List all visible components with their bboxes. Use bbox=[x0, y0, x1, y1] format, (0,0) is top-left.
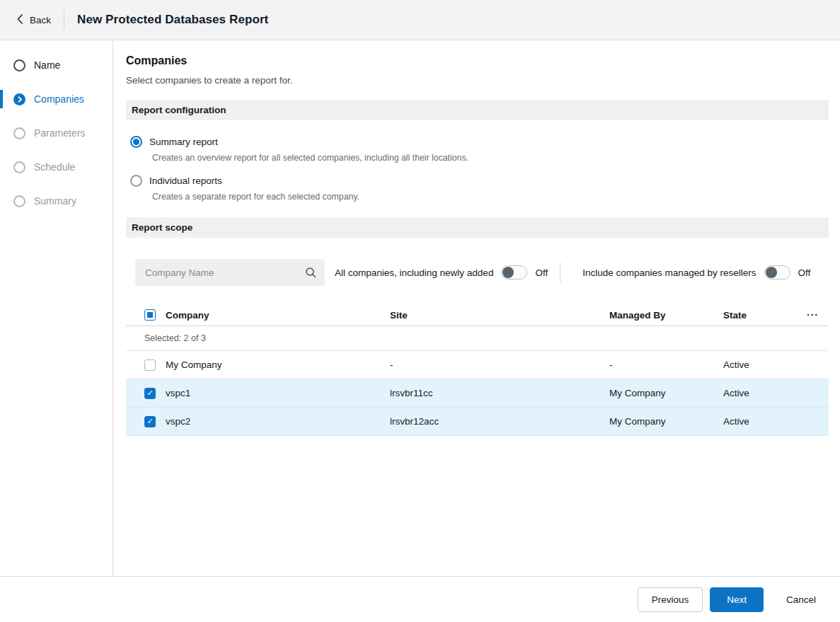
toggle-knob-icon bbox=[766, 267, 777, 278]
step-title: Companies bbox=[126, 54, 829, 67]
step-circle-icon bbox=[13, 161, 25, 173]
step-circle-icon bbox=[13, 127, 25, 139]
previous-button[interactable]: Previous bbox=[638, 587, 703, 612]
app-window: Back New Protected Databases Report Name… bbox=[0, 0, 840, 622]
step-circle-icon bbox=[13, 59, 25, 71]
next-button[interactable]: Next bbox=[710, 587, 764, 612]
toggle-state: Off bbox=[535, 267, 548, 278]
toggle-state: Off bbox=[798, 267, 811, 278]
wizard-sidebar: Name Companies Parameters Schedule Summa… bbox=[0, 41, 113, 576]
ellipsis-menu-icon[interactable]: ··· bbox=[807, 311, 819, 318]
table-header-row: Company Site Managed By State ··· bbox=[126, 304, 829, 326]
cell-state: Active bbox=[723, 359, 798, 370]
toggle-label: Include companies managed by resellers bbox=[582, 267, 756, 278]
radio-selected-icon[interactable] bbox=[130, 136, 142, 148]
cell-company: My Company bbox=[166, 359, 390, 370]
sidebar-item-schedule[interactable]: Schedule bbox=[0, 150, 113, 184]
sidebar-item-label: Schedule bbox=[34, 161, 75, 173]
sidebar-item-summary[interactable]: Summary bbox=[0, 184, 113, 218]
company-search-box bbox=[135, 259, 325, 286]
cancel-button[interactable]: Cancel bbox=[782, 587, 820, 612]
radio-label: Summary report bbox=[149, 137, 218, 147]
table-row[interactable]: My Company - - Active bbox=[126, 351, 829, 379]
column-header-state[interactable]: State bbox=[723, 310, 798, 321]
radio-option-summary-report: Summary report Creates an overview repor… bbox=[130, 136, 829, 163]
table-row[interactable]: vspc2 lrsvbr12acc My Company Active bbox=[126, 408, 829, 436]
header-divider bbox=[64, 11, 64, 29]
search-icon[interactable] bbox=[305, 267, 316, 278]
section-title: Report scope bbox=[132, 222, 192, 233]
row-checkbox[interactable] bbox=[144, 388, 156, 399]
cell-managed-by: - bbox=[609, 359, 723, 370]
section-title: Report configuration bbox=[132, 105, 226, 115]
toolbar-divider bbox=[560, 263, 560, 282]
cell-site: lrsvbr12acc bbox=[390, 416, 609, 427]
sidebar-item-name[interactable]: Name bbox=[0, 48, 113, 82]
cell-managed-by: My Company bbox=[609, 416, 723, 427]
sidebar-item-label: Companies bbox=[34, 93, 84, 105]
step-subtitle: Select companies to create a report for. bbox=[126, 75, 829, 86]
radio-row-summary-report[interactable]: Summary report bbox=[130, 136, 829, 148]
column-header-company[interactable]: Company bbox=[166, 310, 390, 321]
sidebar-item-label: Name bbox=[34, 59, 60, 71]
column-header-site[interactable]: Site bbox=[390, 310, 609, 321]
sidebar-item-companies[interactable]: Companies bbox=[0, 82, 113, 116]
row-checkbox[interactable] bbox=[144, 359, 156, 371]
all-companies-toggle[interactable] bbox=[501, 265, 527, 280]
back-button[interactable]: Back bbox=[14, 10, 54, 30]
sidebar-item-label: Summary bbox=[34, 195, 76, 207]
column-header-managed-by[interactable]: Managed By bbox=[609, 310, 723, 321]
column-options-cell: ··· bbox=[798, 311, 829, 318]
cell-site: lrsvbr11cc bbox=[390, 388, 609, 398]
cell-state: Active bbox=[723, 416, 798, 427]
section-header-report-scope: Report scope bbox=[126, 217, 829, 238]
header: Back New Protected Databases Report bbox=[0, 0, 840, 40]
sidebar-item-label: Parameters bbox=[34, 127, 85, 139]
step-circle-icon bbox=[13, 195, 25, 207]
radio-label: Individual reports bbox=[149, 175, 222, 186]
row-checkbox-cell bbox=[126, 416, 166, 427]
radio-option-individual-reports: Individual reports Creates a separate re… bbox=[130, 175, 829, 202]
row-checkbox[interactable] bbox=[144, 416, 156, 427]
radio-unselected-icon[interactable] bbox=[130, 175, 142, 187]
row-checkbox-cell bbox=[126, 388, 166, 399]
cell-company: vspc1 bbox=[166, 388, 390, 398]
toggle-group-resellers: Include companies managed by resellers O… bbox=[582, 265, 810, 280]
row-checkbox-cell bbox=[126, 359, 166, 371]
radio-description: Creates an overview report for all selec… bbox=[152, 153, 829, 163]
radio-description: Creates a separate report for each selec… bbox=[152, 192, 829, 202]
toggle-group-all-companies: All companies, including newly added Off bbox=[335, 265, 548, 280]
section-header-report-configuration: Report configuration bbox=[126, 100, 829, 120]
main-content: Companies Select companies to create a r… bbox=[114, 40, 840, 576]
selection-summary-row: Selected: 2 of 3 bbox=[126, 326, 829, 351]
sidebar-item-parameters[interactable]: Parameters bbox=[0, 116, 113, 150]
select-all-checkbox[interactable] bbox=[144, 309, 156, 321]
cell-company: vspc2 bbox=[166, 416, 390, 427]
header-checkbox-cell bbox=[126, 309, 166, 321]
resellers-toggle[interactable] bbox=[764, 265, 790, 280]
chevron-left-icon bbox=[17, 14, 23, 26]
toggle-label: All companies, including newly added bbox=[335, 267, 493, 278]
table-row[interactable]: vspc1 lrsvbr11cc My Company Active bbox=[126, 379, 829, 408]
step-active-chevron-icon bbox=[13, 93, 25, 105]
page-title: New Protected Databases Report bbox=[77, 13, 268, 27]
footer: Previous Next Cancel bbox=[0, 576, 840, 622]
companies-table: Company Site Managed By State ··· Select… bbox=[126, 304, 829, 436]
cell-state: Active bbox=[723, 388, 798, 398]
toggle-knob-icon bbox=[502, 267, 514, 278]
selected-count: Selected: 2 of 3 bbox=[126, 333, 829, 343]
cell-site: - bbox=[390, 359, 609, 370]
company-search-input[interactable] bbox=[144, 267, 305, 279]
scope-toolbar: All companies, including newly added Off… bbox=[126, 259, 829, 286]
radio-row-individual-reports[interactable]: Individual reports bbox=[130, 175, 829, 187]
cell-managed-by: My Company bbox=[609, 388, 723, 398]
back-label: Back bbox=[30, 15, 51, 25]
